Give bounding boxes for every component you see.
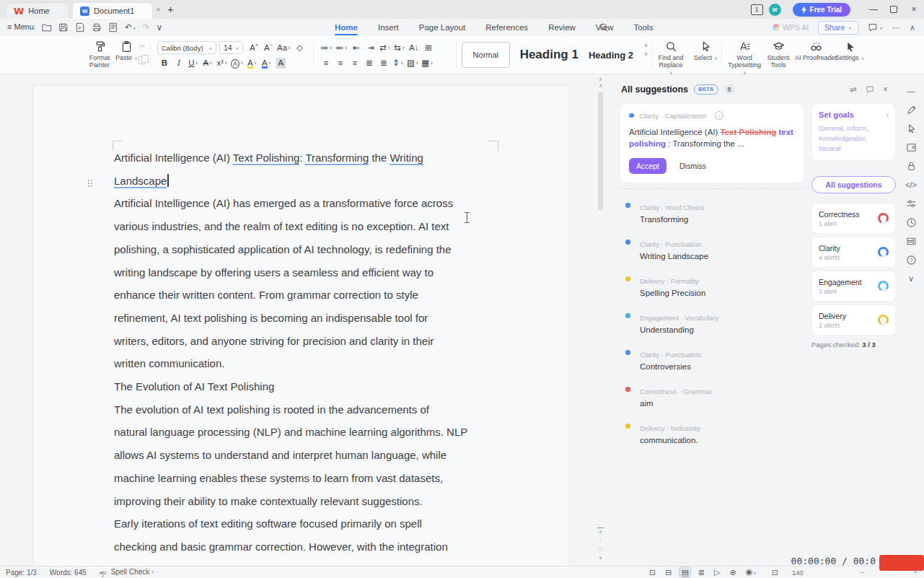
- category-card-engagement[interactable]: Engagement1 alert: [811, 271, 896, 302]
- page-indicator[interactable]: Page: 1/3: [6, 569, 37, 577]
- info-icon[interactable]: i: [715, 111, 723, 120]
- page-setup-icon[interactable]: ⊞: [421, 40, 436, 53]
- suggestion-item[interactable]: Clarity · PunctuationControversies: [620, 341, 804, 378]
- scroll-up-icon[interactable]: ∧: [596, 82, 605, 89]
- category-card-delivery[interactable]: Delivery2 alerts: [811, 305, 896, 336]
- suggestion-item[interactable]: Delivery · FormalitySpelling Precision: [620, 268, 804, 305]
- settings-button[interactable]: Settings ∨: [835, 40, 864, 62]
- play-view-icon[interactable]: ▷: [713, 567, 721, 577]
- cut-icon[interactable]: ✂: [138, 42, 145, 51]
- redo-icon[interactable]: ↷: [142, 22, 149, 32]
- sort-icon[interactable]: A↓: [407, 40, 421, 53]
- italic-icon[interactable]: I: [172, 56, 186, 69]
- tab-references[interactable]: References: [484, 20, 529, 35]
- align-right-icon[interactable]: ≡: [348, 56, 362, 69]
- change-case-icon[interactable]: Aa∨: [276, 40, 292, 53]
- restore-button[interactable]: [884, 0, 904, 19]
- previous-page-icon[interactable]: ∧: [597, 527, 604, 535]
- font-color-icon[interactable]: A∨: [259, 56, 273, 69]
- collapse-icon[interactable]: —: [907, 82, 915, 100]
- tab-review[interactable]: Review: [547, 20, 577, 35]
- line-spacing-icon[interactable]: ⇕∨: [391, 56, 405, 69]
- document-tab[interactable]: W Document1: [72, 2, 153, 19]
- copy-icon[interactable]: [138, 56, 146, 64]
- numbering-icon[interactable]: ≕∨: [334, 40, 349, 53]
- all-suggestions-button[interactable]: All suggestions: [811, 176, 896, 193]
- active-suggestion-card[interactable]: Clarity · Capitalization i Artificial In…: [620, 103, 804, 183]
- borders-icon[interactable]: ▦∨: [420, 56, 434, 69]
- wps-ai-button[interactable]: WPS AI: [773, 23, 809, 32]
- next-page-icon[interactable]: ∨: [596, 554, 605, 561]
- select-cursor-icon[interactable]: [906, 119, 917, 138]
- spell-check-button[interactable]: ABC✓ Spell Check ›: [100, 568, 154, 577]
- word-count[interactable]: Words: 645: [50, 569, 87, 577]
- shading-icon[interactable]: ▨∨: [405, 56, 420, 69]
- suggestion-item[interactable]: Delivery · Inclusivitycommunication.: [620, 415, 804, 452]
- paragraph-drag-handle[interactable]: [88, 180, 92, 187]
- catalog-icon[interactable]: [906, 232, 917, 250]
- align-left-icon[interactable]: ≡: [319, 56, 333, 69]
- style-normal[interactable]: Normal: [462, 42, 510, 68]
- category-card-correctness[interactable]: Correctness1 alert: [811, 203, 896, 234]
- scroll-handle-icon[interactable]: ⋮: [596, 537, 605, 543]
- underline-icon[interactable]: U∨: [186, 56, 201, 69]
- help-icon[interactable]: ?: [906, 250, 917, 269]
- word-typesetting-button[interactable]: Word Typesetting ∨: [727, 40, 762, 76]
- suggestion-item[interactable]: Correctness · Grammaraim: [620, 378, 804, 415]
- highlight-icon[interactable]: A∨: [245, 56, 259, 69]
- folder-icon[interactable]: [42, 22, 52, 32]
- tab-close-icon[interactable]: ×: [156, 5, 160, 14]
- bold-icon[interactable]: B: [157, 56, 172, 69]
- reading-view-icon[interactable]: ⊟: [664, 567, 673, 577]
- shrink-font-icon[interactable]: A−: [261, 40, 276, 53]
- search-icon[interactable]: [599, 22, 609, 32]
- suggestion-item[interactable]: Clarity · PunctuationWriting Landscape: [620, 231, 804, 268]
- zoom-out-icon[interactable]: –: [861, 569, 864, 576]
- code-icon[interactable]: </>: [905, 175, 917, 194]
- dismiss-button[interactable]: Dismiss: [679, 162, 706, 170]
- more-icon[interactable]: ∨: [908, 269, 914, 288]
- more-icon[interactable]: ∨: [157, 22, 163, 32]
- more-options-icon[interactable]: ⋯: [892, 23, 900, 32]
- suggestion-item[interactable]: Engagement · VocabularyUnderstanding: [620, 305, 804, 341]
- lock-icon[interactable]: [906, 157, 917, 175]
- feedback-icon[interactable]: [866, 85, 874, 94]
- compare-icon[interactable]: ⇌: [850, 84, 857, 95]
- char-spacing-icon[interactable]: ⇄∨: [378, 40, 392, 53]
- print-layout-view-icon[interactable]: ▤: [679, 567, 690, 577]
- document-scrollbar[interactable]: ∧ ∧ ∧ ⋮ □ ∨: [596, 74, 605, 566]
- tab-tools[interactable]: Tools: [633, 20, 655, 35]
- avatar[interactable]: W: [769, 4, 781, 16]
- justify-icon[interactable]: ≣: [362, 56, 377, 69]
- paste-button[interactable]: Paste ∨: [115, 40, 138, 62]
- browse-object-icon[interactable]: □: [596, 546, 605, 552]
- minimize-button[interactable]: —: [863, 0, 884, 19]
- zoom-level[interactable]: 140: [792, 569, 804, 577]
- web-view-icon[interactable]: ⊕: [729, 567, 738, 577]
- tab-insert[interactable]: Insert: [377, 20, 400, 35]
- menu-button[interactable]: ≡ Menu: [7, 22, 34, 31]
- eye-view-icon[interactable]: ◉∨: [744, 566, 758, 578]
- ai-proofreader-button[interactable]: AI Proofreader: [795, 40, 837, 61]
- bullets-icon[interactable]: ≔∨: [319, 40, 334, 53]
- history-icon[interactable]: [906, 213, 917, 232]
- category-card-clarity[interactable]: Clarity4 alerts: [811, 237, 896, 268]
- print-preview-icon[interactable]: [108, 22, 118, 32]
- document-text[interactable]: Artificial Intelligence (AI) Text Polish…: [114, 146, 467, 559]
- document-page[interactable]: Artificial Intelligence (AI) Text Polish…: [32, 85, 570, 566]
- align-center-icon[interactable]: ≡: [333, 56, 348, 69]
- fit-screen-icon[interactable]: ⊡: [770, 567, 780, 577]
- student-tools-button[interactable]: Student Tools: [766, 40, 791, 69]
- scrollbar-thumb[interactable]: [598, 92, 603, 210]
- strikethrough-icon[interactable]: A∨: [201, 56, 215, 69]
- home-tab[interactable]: W Home: [6, 2, 69, 19]
- free-trial-button[interactable]: Free Trial: [793, 3, 850, 17]
- find-and-replace-button[interactable]: Find and Replace ∨: [656, 40, 685, 76]
- char-shading-icon[interactable]: A: [273, 56, 288, 69]
- print-icon[interactable]: [92, 22, 102, 32]
- outdent-icon[interactable]: ⇤: [349, 40, 364, 53]
- adjust-icon[interactable]: [906, 194, 917, 213]
- recording-indicator[interactable]: [879, 555, 924, 571]
- window-manager-icon[interactable]: 1: [751, 4, 763, 15]
- close-panel-icon[interactable]: ×: [883, 84, 888, 95]
